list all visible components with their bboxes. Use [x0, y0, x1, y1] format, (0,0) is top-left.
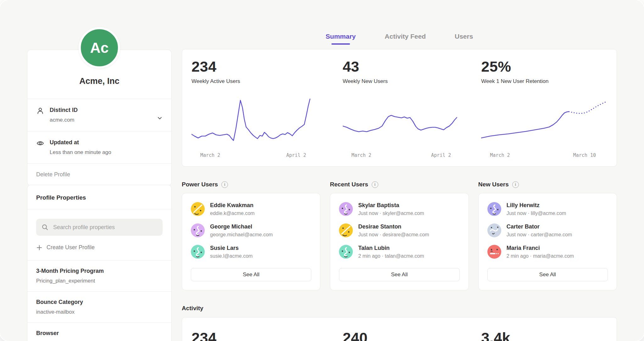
user-section-header: Power Users i [182, 181, 320, 188]
info-icon[interactable]: i [221, 181, 228, 188]
see-all-button[interactable]: See All [339, 268, 459, 281]
user-section-header: New Users i [478, 181, 617, 188]
profile-property-row[interactable]: Bounce Category inactive-mailbox [27, 291, 171, 322]
updated-at-row: Updated at Less than one minute ago [27, 131, 171, 164]
summary-card: 234 Weekly Active Users March 2April 2 4… [182, 49, 617, 167]
plus-icon [36, 245, 42, 251]
profile-property-value: inactive-mailbox [36, 309, 163, 315]
profile-properties-title: Profile Properties [27, 185, 171, 209]
stat-label: Weekly Active Users [192, 78, 318, 85]
app-frame: Ac Acme, Inc Distinct ID acme.com [0, 0, 644, 341]
tab[interactable]: Activity Feed [384, 33, 426, 45]
user-name: Desirae Stanton [358, 223, 429, 230]
user-avatar [191, 223, 205, 237]
x-axis-tick: March 2 [200, 152, 220, 158]
profile-card: Acme, Inc Distinct ID acme.com [27, 50, 172, 186]
user-avatar [339, 202, 353, 216]
summary-stat-column: 25% Week 1 New User Retention March 2Mar… [481, 59, 607, 158]
user-detail: 2 min ago · maria@acme.com [507, 253, 574, 259]
user-detail: Just now · desirare@acme.com [358, 232, 429, 238]
search-input[interactable] [53, 224, 157, 231]
user-list-item[interactable]: Maria Franci 2 min ago · maria@acme.com [487, 245, 608, 259]
stat-label: Week 1 New User Retention [481, 78, 607, 85]
tab[interactable]: Summary [325, 33, 357, 45]
company-avatar: Ac [79, 27, 120, 69]
activity-heading: Activity [182, 305, 617, 312]
profile-property-row[interactable]: Browser Chrome [27, 322, 171, 341]
create-user-profile-button[interactable]: Create User Profile [36, 244, 95, 251]
sparkline-chart: March 2March 10 [481, 97, 607, 158]
profile-properties-search[interactable] [36, 219, 163, 236]
user-detail: susie.l@acme.com [210, 253, 253, 259]
x-axis-tick: March 10 [573, 152, 596, 158]
user-detail: eddie.k@acme.com [210, 211, 255, 216]
profile-property-name: Browser [36, 330, 163, 337]
user-section: Recent Users i Skylar Baptista Just now … [330, 181, 469, 290]
summary-stat-column: 43 Weekly New Users March 2April 2 [336, 59, 463, 158]
create-user-profile-label: Create User Profile [47, 244, 95, 251]
user-list-card: Skylar Baptista Just now · skyler@acme.c… [330, 193, 469, 290]
user-avatar [487, 202, 501, 216]
user-list-item[interactable]: Eddie Kwakman eddie.k@acme.com [191, 202, 311, 216]
summary-stat-column: 234 Weekly Active Users March 2April 2 [192, 59, 318, 158]
user-list-item[interactable]: Carter Bator Just now · carter@acme.com [487, 223, 608, 238]
user-name: Carter Bator [507, 223, 572, 230]
x-axis-tick: March 2 [490, 152, 510, 158]
user-detail: Just now · carter@acme.com [507, 232, 572, 238]
see-all-button[interactable]: See All [487, 268, 608, 281]
user-name: George Michael [210, 223, 273, 230]
profile-property-name: Bounce Category [36, 299, 163, 305]
user-section: Power Users i Eddie Kwakman eddie.k@acme… [182, 181, 320, 290]
stat-label: Weekly New Users [343, 78, 463, 85]
activity-stat-value: 234 [192, 330, 318, 341]
user-list-item[interactable]: Skylar Baptista Just now · skyler@acme.c… [339, 202, 459, 216]
user-list-item[interactable]: George Michael george.michael@acme.com [191, 223, 311, 238]
user-list-item[interactable]: Susie Lars susie.l@acme.com [191, 245, 311, 259]
user-name: Skylar Baptista [358, 202, 424, 209]
info-icon[interactable]: i [512, 181, 519, 188]
sparkline-chart: March 2April 2 [192, 97, 318, 158]
activity-stat-value: 3.4k [481, 330, 607, 341]
profile-property-row[interactable]: 3-Month Pricing Program Pricing_plan_exp… [27, 260, 171, 291]
activity-stat-column: 3.4k [481, 330, 607, 341]
stat-value: 25% [481, 59, 607, 74]
user-avatar [191, 202, 205, 216]
user-name: Lilly Herwitz [507, 202, 566, 209]
user-section: New Users i Lilly Herwitz Just now · lil… [478, 181, 617, 290]
x-axis-tick: March 2 [352, 152, 371, 158]
delete-profile-button[interactable]: Delete Profile [27, 164, 79, 185]
user-avatar [487, 223, 501, 237]
user-section-title: Power Users [182, 181, 218, 188]
user-list-item[interactable]: Talan Lubin 2 min ago · talan@acme.com [339, 245, 459, 259]
stat-value: 234 [192, 59, 318, 74]
updated-at-value: Less than one minute ago [50, 149, 111, 156]
eye-icon [36, 139, 44, 147]
profile-property-value: Pricing_plan_experiment [36, 278, 163, 284]
user-detail: 2 min ago · talan@acme.com [358, 253, 424, 259]
person-icon [36, 107, 44, 115]
user-list-card: Lilly Herwitz Just now · lilly@acme.com … [478, 193, 617, 290]
chevron-down-icon[interactable] [156, 115, 163, 122]
activity-stat-value: 240 [343, 330, 463, 341]
user-list-card: Eddie Kwakman eddie.k@acme.com George Mi… [182, 193, 320, 290]
search-icon [42, 224, 48, 231]
user-name: Talan Lubin [358, 245, 424, 251]
user-name: Eddie Kwakman [210, 202, 255, 209]
tab[interactable]: Users [454, 33, 474, 45]
activity-card: 234 240 3.4k [182, 317, 617, 341]
profile-properties-card: Profile Properties Create User Profile 3… [27, 185, 172, 341]
activity-stat-column: 234 [192, 330, 318, 341]
user-detail: Just now · lilly@acme.com [507, 211, 566, 216]
user-section-header: Recent Users i [330, 181, 469, 188]
stat-value: 43 [343, 59, 463, 74]
profile-property-name: 3-Month Pricing Program [36, 268, 163, 274]
info-icon[interactable]: i [372, 181, 378, 188]
user-list-item[interactable]: Lilly Herwitz Just now · lilly@acme.com [487, 202, 608, 216]
user-avatar [191, 245, 205, 259]
user-detail: Just now · skyler@acme.com [358, 211, 424, 216]
user-avatar [339, 223, 353, 237]
user-sections-row: Power Users i Eddie Kwakman eddie.k@acme… [182, 181, 617, 290]
see-all-button[interactable]: See All [191, 268, 311, 281]
user-list-item[interactable]: Desirae Stanton Just now · desirare@acme… [339, 223, 459, 238]
distinct-id-row[interactable]: Distinct ID acme.com [27, 99, 171, 131]
